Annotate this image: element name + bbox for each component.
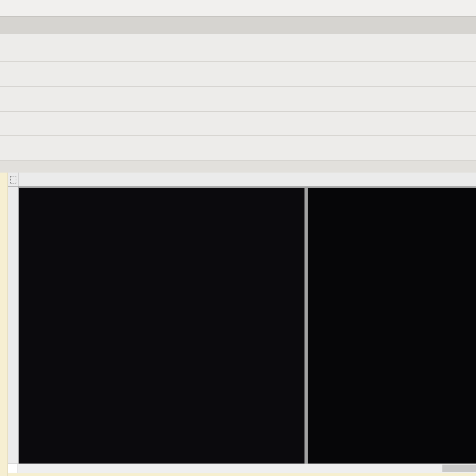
ruler-row <box>8 173 476 187</box>
scrollbar-thumb[interactable] <box>442 465 476 472</box>
canvas-row <box>8 187 476 464</box>
toolbar-standard <box>0 34 476 62</box>
menu-bar <box>0 16 476 34</box>
main-area <box>8 173 476 476</box>
design-canvas[interactable] <box>18 187 476 464</box>
application-window <box>0 0 476 476</box>
ruler-corner-icon <box>10 176 16 183</box>
toolbar-stitch-types <box>0 62 476 87</box>
ruler-origin-corner[interactable] <box>8 173 18 187</box>
title-bar <box>0 0 476 16</box>
docked-left-toolbar <box>0 173 8 476</box>
stitch-view-panel[interactable] <box>19 188 304 464</box>
horizontal-scrollbar[interactable] <box>8 464 476 473</box>
artwork-view-panel[interactable] <box>308 188 476 464</box>
horizontal-ruler <box>18 173 476 187</box>
vertical-ruler <box>8 187 18 464</box>
status-strip <box>8 473 476 476</box>
work-area <box>0 173 476 476</box>
toolbar-outlines-mirror <box>0 112 476 136</box>
toolbar-fill-patterns <box>0 87 476 112</box>
scroll-left-button[interactable] <box>8 464 17 473</box>
document-tab-bar <box>0 161 476 173</box>
toolbar-parameters <box>0 136 476 161</box>
